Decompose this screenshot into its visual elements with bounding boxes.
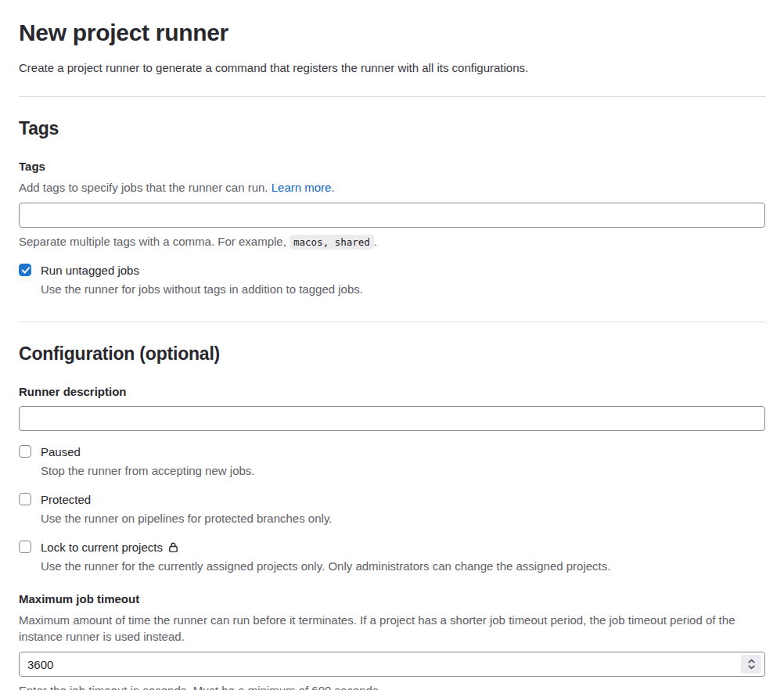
paused-description: Stop the runner from accepting new jobs. (41, 462, 255, 479)
tags-help-below: Separate multiple tags with a comma. For… (19, 233, 765, 250)
tags-example-code: macos, shared (290, 235, 374, 250)
lock-icon (167, 541, 179, 553)
run-untagged-description: Use the runner for jobs without tags in … (41, 281, 363, 297)
timeout-input-wrap (19, 652, 765, 677)
tags-input[interactable] (19, 203, 765, 228)
protected-checkbox[interactable] (19, 493, 31, 505)
lock-to-projects-label[interactable]: Lock to current projects (41, 540, 163, 555)
divider (19, 322, 765, 322)
lock-to-projects-checkbox-group: Lock to current projects Use the runner … (19, 540, 765, 574)
paused-checkbox[interactable] (19, 445, 31, 458)
tags-help-above: Add tags to specify jobs that the runner… (19, 179, 765, 196)
page-title: New project runner (19, 20, 765, 45)
new-project-runner-form: New project runner Create a project runn… (0, 20, 784, 690)
lock-to-projects-checkbox[interactable] (19, 541, 31, 553)
runner-description-field-group: Runner description (19, 384, 765, 432)
configuration-section-heading: Configuration (optional) (19, 343, 765, 365)
runner-description-label: Runner description (19, 384, 765, 400)
run-untagged-checkbox-group: Run untagged jobs Use the runner for job… (19, 263, 765, 297)
tags-section-heading: Tags (19, 118, 765, 140)
divider (19, 96, 765, 97)
paused-checkbox-group: Paused Stop the runner from accepting ne… (19, 444, 765, 479)
tags-label: Tags (19, 159, 765, 174)
runner-description-input[interactable] (19, 406, 765, 431)
paused-label[interactable]: Paused (41, 444, 81, 460)
protected-description: Use the runner on pipelines for protecte… (41, 510, 332, 526)
lock-to-projects-description: Use the runner for the currently assigne… (41, 558, 610, 574)
tags-field-group: Tags Add tags to specify jobs that the r… (19, 159, 765, 250)
run-untagged-label[interactable]: Run untagged jobs (41, 263, 139, 279)
page-subtitle: Create a project runner to generate a co… (19, 59, 765, 76)
protected-checkbox-group: Protected Use the runner on pipelines fo… (19, 492, 765, 526)
protected-label[interactable]: Protected (41, 492, 91, 508)
timeout-help: Enter the job timeout in seconds. Must b… (19, 682, 765, 690)
timeout-label: Maximum job timeout (19, 591, 765, 607)
number-stepper-icon[interactable] (741, 655, 761, 674)
run-untagged-checkbox[interactable] (19, 264, 31, 276)
timeout-input[interactable] (19, 652, 765, 677)
timeout-description: Maximum amount of time the runner can ru… (19, 612, 765, 645)
timeout-field-group: Maximum job timeout Maximum amount of ti… (19, 591, 765, 690)
learn-more-link[interactable]: Learn more. (272, 181, 335, 194)
